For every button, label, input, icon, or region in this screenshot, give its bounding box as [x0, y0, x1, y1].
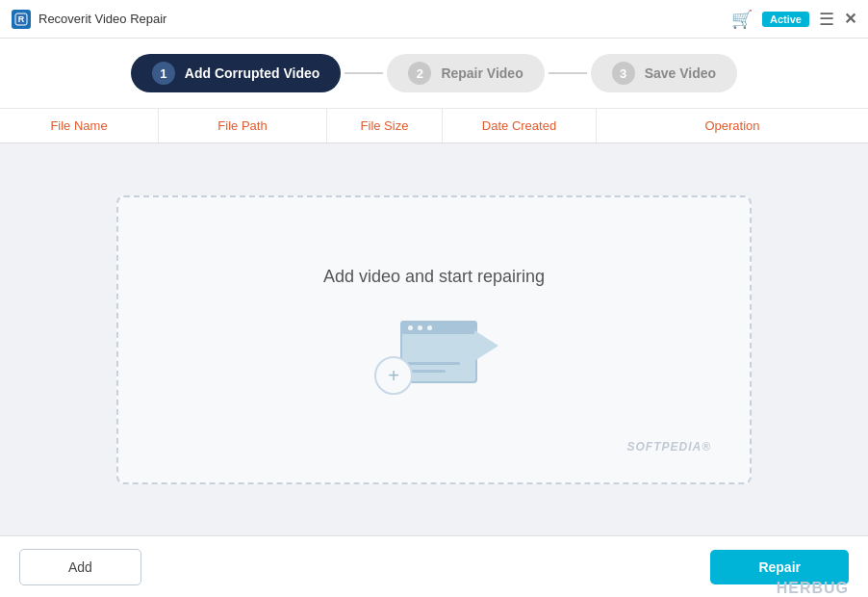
title-bar: R Recoverit Video Repair 🛒 Active ☰ ✕ — [0, 0, 868, 39]
col-filepath: File Path — [159, 109, 327, 143]
herbug-watermark: HERBUG — [777, 580, 849, 597]
step-1-label: Add Corrupted Video — [185, 65, 320, 81]
cart-icon[interactable]: 🛒 — [731, 9, 753, 30]
step-2-label: Repair Video — [441, 65, 523, 81]
app-title: Recoverit Video Repair — [38, 12, 731, 26]
step-connector-1 — [345, 72, 383, 74]
step-1[interactable]: 1 Add Corrupted Video — [131, 54, 342, 92]
softpedia-watermark: SOFTPEDIA® — [626, 440, 711, 454]
active-badge: Active — [762, 12, 809, 27]
step-2[interactable]: 2 Repair Video — [387, 54, 544, 92]
app-icon: R — [12, 10, 31, 29]
col-filesize: File Size — [327, 109, 443, 143]
main-content: Add video and start repairing + SOFTPEDI… — [0, 143, 868, 535]
bottom-wrapper: Add Repair HERBUG — [0, 535, 868, 597]
add-plus-icon: + — [388, 366, 399, 385]
svg-text:R: R — [18, 14, 25, 24]
add-button[interactable]: Add — [19, 549, 141, 585]
add-circle: + — [374, 356, 413, 395]
col-operation: Operation — [597, 109, 868, 143]
col-filename: File Name — [0, 109, 159, 143]
step-3[interactable]: 3 Save Video — [591, 54, 737, 92]
steps-bar: 1 Add Corrupted Video 2 Repair Video 3 S… — [0, 39, 868, 109]
col-datecreated: Date Created — [443, 109, 597, 143]
step-connector-2 — [549, 72, 587, 74]
step-1-number: 1 — [152, 62, 175, 85]
menu-icon[interactable]: ☰ — [819, 9, 834, 30]
step-3-number: 3 — [612, 62, 635, 85]
bottom-bar: Add Repair — [0, 535, 868, 597]
drop-text: Add video and start repairing — [323, 267, 545, 287]
video-illustration: + — [367, 316, 501, 412]
table-header: File Name File Path File Size Date Creat… — [0, 109, 868, 143]
close-icon[interactable]: ✕ — [844, 10, 856, 28]
title-bar-controls: 🛒 Active ☰ ✕ — [731, 9, 856, 30]
step-3-label: Save Video — [645, 65, 716, 81]
drop-zone[interactable]: Add video and start repairing + SOFTPEDI… — [116, 195, 752, 484]
step-2-number: 2 — [408, 62, 431, 85]
